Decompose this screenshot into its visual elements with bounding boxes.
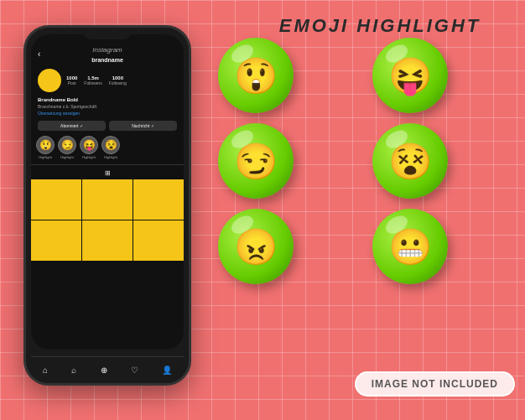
following-label: Following — [109, 80, 127, 86]
subscribe-button[interactable]: Abonniert ✓ — [38, 121, 106, 131]
instagram-username: brandname — [31, 57, 184, 63]
search-nav-icon[interactable]: ⌕ — [71, 366, 76, 375]
emoji-grimace: 😬 — [372, 209, 448, 284]
profile-section: 1000 Post 1.5m Followers 1000 Following — [31, 65, 184, 96]
home-nav-icon[interactable]: ⌂ — [43, 366, 48, 375]
profile-bio: Branchname z.b. Sportgeschäft — [31, 104, 184, 111]
profile-stats: 1000 Post 1.5m Followers 1000 Following — [66, 75, 177, 86]
page-title: EMOJI HIGHLIGHT — [243, 15, 517, 37]
highlights-row: 😲 Highlight 😏 Highlight 😝 Highlight — [31, 134, 184, 163]
stat-followers: 1.5m Followers — [84, 75, 101, 86]
highlight-label-3: Highlight — [82, 155, 96, 159]
post-cell-6[interactable] — [133, 220, 184, 261]
highlight-circle-2: 😏 — [58, 136, 76, 154]
highlight-circle-3: 😝 — [80, 136, 98, 154]
posts-grid — [31, 179, 184, 261]
stat-post: 1000 Post — [66, 75, 77, 86]
post-cell-1[interactable] — [31, 179, 81, 220]
highlight-3[interactable]: 😝 Highlight — [80, 136, 98, 159]
highlight-2[interactable]: 😏 Highlight — [58, 136, 76, 159]
emoji-tongue: 😝 — [372, 38, 448, 113]
profile-name: Brandname Bold — [31, 96, 184, 104]
emoji-shocked: 😲 — [218, 38, 294, 113]
profile-avatar — [38, 69, 61, 92]
back-icon: ‹ — [38, 49, 40, 59]
action-buttons: Abonniert ✓ Nachricht ✓ — [31, 119, 184, 134]
post-label: Post — [66, 80, 77, 86]
heart-nav-icon[interactable]: ♡ — [131, 366, 138, 375]
phone-notch — [82, 28, 133, 39]
highlight-1[interactable]: 😲 Highlight — [36, 136, 55, 159]
grid-icon[interactable]: ⊞ — [105, 169, 111, 177]
post-cell-2[interactable] — [82, 179, 133, 220]
emoji-angry: 😠 — [218, 209, 294, 284]
profile-nav-icon[interactable]: 👤 — [162, 366, 172, 375]
post-cell-4[interactable] — [31, 220, 81, 261]
emoji-dizzy: 😵 — [372, 123, 448, 199]
phone-screen: Instagram ‹ brandname 1000 Post 1.5m Fol… — [31, 34, 184, 350]
highlight-label-4: Highlight — [104, 155, 117, 159]
emoji-grid: 😲 😝 😏 😵 😠 😬 — [218, 38, 517, 284]
translate-button[interactable]: Übersetzung anzeigen — [31, 111, 184, 119]
grid-icon-row: ⊞ — [31, 167, 184, 179]
followers-label: Followers — [84, 80, 101, 86]
phone-mockup: Instagram ‹ brandname 1000 Post 1.5m Fol… — [23, 25, 191, 386]
highlight-label-1: Highlight — [39, 155, 52, 159]
image-not-included-badge: IMAGE NOT INCLUDED — [355, 371, 515, 397]
highlight-4[interactable]: 😵 Highlight — [101, 136, 120, 159]
highlight-circle-4: 😵 — [101, 136, 120, 154]
emoji-smirk: 😏 — [218, 123, 294, 199]
phone-body: Instagram ‹ brandname 1000 Post 1.5m Fol… — [23, 25, 191, 386]
message-button[interactable]: Nachricht ✓ — [109, 121, 177, 131]
phone-bottom-nav: ⌂ ⌕ ⊕ ♡ 👤 — [31, 356, 184, 383]
highlight-circle-1: 😲 — [36, 136, 55, 154]
highlight-label-2: Highlight — [60, 155, 74, 159]
post-cell-5[interactable] — [82, 220, 133, 261]
divider — [31, 164, 184, 165]
add-nav-icon[interactable]: ⊕ — [101, 366, 107, 375]
stat-following: 1000 Following — [109, 75, 127, 86]
post-cell-3[interactable] — [133, 179, 184, 220]
